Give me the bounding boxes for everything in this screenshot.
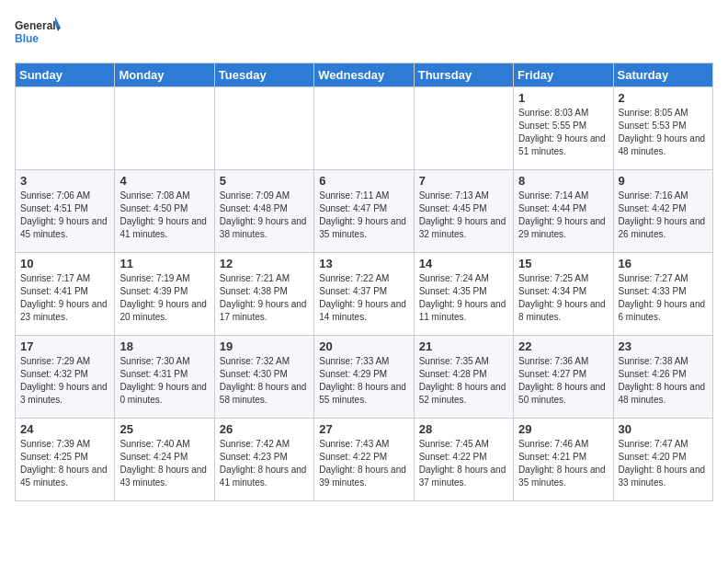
day-number: 7 [419, 174, 508, 188]
logo: General Blue [15, 15, 61, 55]
calendar-cell: 6Sunrise: 7:11 AM Sunset: 4:47 PM Daylig… [314, 170, 414, 253]
day-number: 26 [220, 422, 309, 436]
day-number: 8 [518, 174, 608, 188]
calendar-cell: 28Sunrise: 7:45 AM Sunset: 4:22 PM Dayli… [414, 419, 513, 501]
calendar-cell: 5Sunrise: 7:09 AM Sunset: 4:48 PM Daylig… [214, 170, 313, 253]
day-number: 19 [220, 339, 309, 353]
day-info: Sunrise: 7:33 AM Sunset: 4:29 PM Dayligh… [319, 355, 408, 407]
day-info: Sunrise: 7:14 AM Sunset: 4:44 PM Dayligh… [518, 190, 608, 241]
day-info: Sunrise: 7:39 AM Sunset: 4:25 PM Dayligh… [20, 438, 109, 489]
day-info: Sunrise: 7:17 AM Sunset: 4:41 PM Dayligh… [20, 272, 109, 324]
calendar-cell: 14Sunrise: 7:24 AM Sunset: 4:35 PM Dayli… [414, 253, 513, 336]
day-info: Sunrise: 7:11 AM Sunset: 4:47 PM Dayligh… [319, 190, 408, 241]
day-info: Sunrise: 7:19 AM Sunset: 4:39 PM Dayligh… [119, 272, 209, 324]
weekday-header-thursday: Thursday [414, 63, 513, 87]
calendar-cell [314, 87, 414, 170]
day-number: 1 [518, 91, 608, 105]
day-number: 25 [119, 422, 209, 436]
calendar-cell: 29Sunrise: 7:46 AM Sunset: 4:21 PM Dayli… [514, 419, 613, 501]
day-number: 17 [20, 339, 109, 353]
day-number: 22 [518, 339, 608, 353]
day-number: 10 [20, 257, 109, 270]
day-info: Sunrise: 7:13 AM Sunset: 4:45 PM Dayligh… [419, 190, 508, 241]
calendar-cell [16, 87, 115, 170]
day-number: 29 [518, 422, 608, 436]
day-number: 15 [518, 257, 608, 270]
weekday-header-wednesday: Wednesday [314, 63, 414, 87]
day-number: 11 [119, 257, 209, 270]
calendar-cell: 25Sunrise: 7:40 AM Sunset: 4:24 PM Dayli… [115, 419, 214, 501]
day-number: 13 [319, 257, 408, 270]
calendar-cell [414, 87, 513, 170]
day-number: 30 [619, 422, 708, 436]
day-info: Sunrise: 7:47 AM Sunset: 4:20 PM Dayligh… [619, 438, 708, 489]
weekday-header-saturday: Saturday [613, 63, 712, 87]
day-number: 23 [619, 339, 708, 353]
calendar-cell: 15Sunrise: 7:25 AM Sunset: 4:34 PM Dayli… [514, 253, 613, 336]
day-number: 9 [619, 174, 708, 188]
calendar-cell: 27Sunrise: 7:43 AM Sunset: 4:22 PM Dayli… [314, 419, 414, 501]
day-number: 18 [119, 339, 209, 353]
day-info: Sunrise: 7:42 AM Sunset: 4:23 PM Dayligh… [220, 438, 309, 489]
day-info: Sunrise: 7:08 AM Sunset: 4:50 PM Dayligh… [119, 190, 209, 241]
day-info: Sunrise: 7:25 AM Sunset: 4:34 PM Dayligh… [518, 272, 608, 324]
day-info: Sunrise: 8:05 AM Sunset: 5:53 PM Dayligh… [619, 107, 708, 158]
calendar-cell: 24Sunrise: 7:39 AM Sunset: 4:25 PM Dayli… [16, 419, 115, 501]
calendar-cell: 1Sunrise: 8:03 AM Sunset: 5:55 PM Daylig… [514, 87, 613, 170]
day-number: 16 [619, 257, 708, 270]
day-info: Sunrise: 8:03 AM Sunset: 5:55 PM Dayligh… [518, 107, 608, 158]
calendar-cell: 21Sunrise: 7:35 AM Sunset: 4:28 PM Dayli… [414, 336, 513, 419]
calendar-cell: 30Sunrise: 7:47 AM Sunset: 4:20 PM Dayli… [613, 419, 712, 501]
day-number: 3 [20, 174, 109, 188]
day-info: Sunrise: 7:22 AM Sunset: 4:37 PM Dayligh… [319, 272, 408, 324]
day-info: Sunrise: 7:27 AM Sunset: 4:33 PM Dayligh… [619, 272, 708, 324]
calendar-cell: 23Sunrise: 7:38 AM Sunset: 4:26 PM Dayli… [613, 336, 712, 419]
weekday-header-monday: Monday [115, 63, 214, 87]
day-number: 24 [20, 422, 109, 436]
calendar-cell: 9Sunrise: 7:16 AM Sunset: 4:42 PM Daylig… [613, 170, 712, 253]
day-number: 27 [319, 422, 408, 436]
day-number: 6 [319, 174, 408, 188]
calendar-cell: 22Sunrise: 7:36 AM Sunset: 4:27 PM Dayli… [514, 336, 613, 419]
day-number: 4 [119, 174, 209, 188]
calendar-cell: 12Sunrise: 7:21 AM Sunset: 4:38 PM Dayli… [214, 253, 313, 336]
day-info: Sunrise: 7:46 AM Sunset: 4:21 PM Dayligh… [518, 438, 608, 489]
day-info: Sunrise: 7:45 AM Sunset: 4:22 PM Dayligh… [419, 438, 508, 489]
day-number: 5 [220, 174, 309, 188]
calendar-cell [214, 87, 313, 170]
day-number: 28 [419, 422, 508, 436]
day-info: Sunrise: 7:40 AM Sunset: 4:24 PM Dayligh… [119, 438, 209, 489]
day-info: Sunrise: 7:36 AM Sunset: 4:27 PM Dayligh… [518, 355, 608, 407]
calendar-cell [115, 87, 214, 170]
calendar-cell: 11Sunrise: 7:19 AM Sunset: 4:39 PM Dayli… [115, 253, 214, 336]
calendar-cell: 17Sunrise: 7:29 AM Sunset: 4:32 PM Dayli… [16, 336, 115, 419]
day-number: 20 [319, 339, 408, 353]
calendar-cell: 8Sunrise: 7:14 AM Sunset: 4:44 PM Daylig… [514, 170, 613, 253]
logo-svg: General Blue [15, 15, 61, 55]
calendar-cell: 13Sunrise: 7:22 AM Sunset: 4:37 PM Dayli… [314, 253, 414, 336]
day-info: Sunrise: 7:09 AM Sunset: 4:48 PM Dayligh… [220, 190, 309, 241]
day-info: Sunrise: 7:43 AM Sunset: 4:22 PM Dayligh… [319, 438, 408, 489]
day-info: Sunrise: 7:32 AM Sunset: 4:30 PM Dayligh… [220, 355, 309, 407]
weekday-header-friday: Friday [514, 63, 613, 87]
day-info: Sunrise: 7:35 AM Sunset: 4:28 PM Dayligh… [419, 355, 508, 407]
svg-text:General: General [15, 19, 56, 32]
day-info: Sunrise: 7:30 AM Sunset: 4:31 PM Dayligh… [119, 355, 209, 407]
day-info: Sunrise: 7:38 AM Sunset: 4:26 PM Dayligh… [619, 355, 708, 407]
day-info: Sunrise: 7:24 AM Sunset: 4:35 PM Dayligh… [419, 272, 508, 324]
calendar-cell: 26Sunrise: 7:42 AM Sunset: 4:23 PM Dayli… [214, 419, 313, 501]
weekday-header-sunday: Sunday [16, 63, 115, 87]
calendar-cell: 4Sunrise: 7:08 AM Sunset: 4:50 PM Daylig… [115, 170, 214, 253]
weekday-header-tuesday: Tuesday [214, 63, 313, 87]
calendar-cell: 10Sunrise: 7:17 AM Sunset: 4:41 PM Dayli… [16, 253, 115, 336]
calendar-cell: 16Sunrise: 7:27 AM Sunset: 4:33 PM Dayli… [613, 253, 712, 336]
day-info: Sunrise: 7:06 AM Sunset: 4:51 PM Dayligh… [20, 190, 109, 241]
day-number: 2 [619, 91, 708, 105]
svg-text:Blue: Blue [15, 32, 39, 45]
day-number: 12 [220, 257, 309, 270]
calendar-table: SundayMondayTuesdayWednesdayThursdayFrid… [15, 63, 713, 501]
calendar-cell: 19Sunrise: 7:32 AM Sunset: 4:30 PM Dayli… [214, 336, 313, 419]
calendar-cell: 2Sunrise: 8:05 AM Sunset: 5:53 PM Daylig… [613, 87, 712, 170]
header: General Blue [15, 15, 713, 55]
day-info: Sunrise: 7:21 AM Sunset: 4:38 PM Dayligh… [220, 272, 309, 324]
